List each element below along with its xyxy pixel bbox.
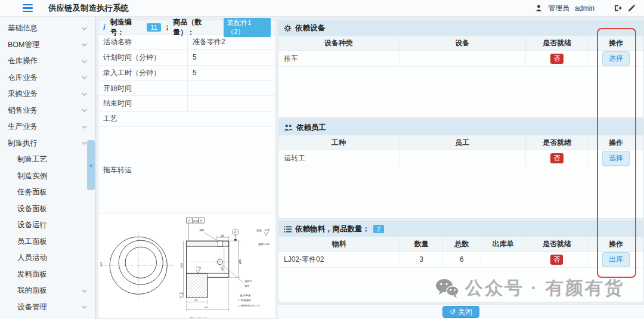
svg-text:倒角1x45: 倒角1x45	[258, 243, 270, 247]
sidebar-item-material-issue-panel[interactable]: 发料面板	[0, 267, 95, 283]
outbound-button[interactable]: 出库	[602, 252, 630, 267]
section-title: 依赖员工	[296, 123, 326, 133]
user-icon	[535, 4, 543, 12]
sidebar-item-staff-panel[interactable]: 员工面板	[0, 234, 95, 250]
equipment-device	[400, 51, 526, 66]
undo-icon: ↺	[450, 308, 456, 316]
chevron-down-icon	[82, 289, 87, 293]
materials-table-header: 物料 数量 总数 出库单 是否就绪 操作	[278, 237, 643, 252]
svg-text:0.8: 0.8	[179, 293, 182, 295]
chevron-down-icon	[82, 27, 87, 30]
product-badge[interactable]: 装配件1（2）	[224, 18, 271, 37]
section-title: 依赖物料，商品数量：	[295, 224, 370, 234]
chevron-down-icon	[82, 125, 87, 129]
svg-text:2. 调质HB235-275: 2. 调质HB235-275	[238, 304, 261, 307]
user-role: 管理员	[548, 3, 569, 13]
dependencies-panel: 依赖设备 设备种类 设备 是否就绪 操作 推车 否 选择	[278, 20, 644, 319]
sidebar-item-mfg-instance[interactable]: 制造实例	[0, 168, 95, 185]
svg-text:锥销孔: 锥销孔	[244, 280, 252, 283]
sidebar-item-personnel-activity[interactable]: 人员活动	[0, 250, 95, 267]
activity-row: 录入工时（分钟）5	[98, 66, 275, 81]
ready-badge: 否	[550, 153, 564, 163]
svg-text:6.3: 6.3	[265, 228, 269, 231]
activity-row: 计划时间（分钟）5	[98, 50, 275, 66]
equipment-table-header: 设备种类 设备 是否就绪 操作	[278, 36, 643, 51]
svg-text:φ28: φ28	[100, 262, 103, 267]
staff-kind: 运转工	[278, 150, 400, 166]
material-row: LJ02-零件02 3 6 否 出库	[278, 252, 643, 268]
svg-text:0.02: 0.02	[193, 219, 199, 222]
material-qty: 3	[400, 252, 443, 267]
sidebar-collapse-handle[interactable]: «	[87, 140, 95, 190]
chevron-down-icon	[82, 43, 87, 47]
svg-text:技术要求: 技术要求	[240, 295, 251, 298]
separator: ；	[163, 22, 171, 32]
top-bar: 供应链及制造执行系统 管理员 admin	[0, 0, 644, 17]
chevron-down-icon	[82, 109, 87, 112]
sidebar-item-production[interactable]: 生产业务	[0, 119, 95, 135]
select-equipment-button[interactable]: 选择	[602, 51, 630, 66]
activity-row: 开始时间	[98, 81, 275, 97]
svg-text:φ58: φ58	[180, 263, 183, 268]
ready-badge: 否	[550, 54, 564, 64]
svg-text:A: A	[234, 231, 237, 234]
edit-pencil-icon[interactable]	[628, 4, 636, 12]
sidebar-item-my-panel[interactable]: 我的面板	[0, 283, 95, 299]
equipment-kind: 推车	[278, 51, 400, 66]
list-icon	[284, 226, 292, 233]
wechat-icon	[435, 278, 459, 299]
chevron-down-icon	[82, 60, 87, 63]
equipment-row: 推车 否 选择	[278, 51, 643, 67]
material-outbound	[481, 252, 526, 267]
chevron-down-icon	[82, 92, 87, 96]
sidebar-item-mfg-execution[interactable]: 制造执行	[0, 135, 95, 152]
panel-footer: ↺ 关闭	[278, 304, 644, 319]
section-title: 依赖设备	[295, 23, 325, 33]
ready-badge: 否	[550, 255, 564, 265]
manufacture-info-bar: i 制造编号： 11 ； 商品（数量）： 装配件1（2）	[98, 20, 275, 35]
collapse-icon: «	[89, 162, 93, 169]
sidebar-item-mfg-process[interactable]: 制造工艺	[0, 151, 95, 168]
svg-text:1.6: 1.6	[196, 266, 200, 269]
process-label: 工艺	[98, 112, 275, 127]
sidebar-item-device-run[interactable]: 设备运行	[0, 217, 95, 234]
sidebar-item-sales[interactable]: 销售业务	[0, 103, 95, 119]
sidebar-item-basic-info[interactable]: 基础信息	[0, 20, 95, 37]
chevron-down-icon	[82, 141, 87, 145]
sidebar-item-warehouse-biz[interactable]: 仓库业务	[0, 70, 95, 86]
svg-text:47: 47	[205, 306, 209, 309]
sidebar-item-warehouse-ops[interactable]: 仓库操作	[0, 53, 95, 70]
equipment-section: 依赖设备 设备种类 设备 是否就绪 操作 推车 否 选择	[278, 20, 644, 117]
chevron-down-icon	[82, 76, 87, 79]
app-title: 供应链及制造执行系统	[48, 3, 129, 14]
chevron-down-icon	[82, 305, 87, 309]
process-value: 拖车转运	[98, 127, 275, 213]
sidebar-item-bom[interactable]: BOM管理	[0, 37, 95, 54]
main-content: i 制造编号： 11 ； 商品（数量）： 装配件1（2） 活动名称准备零件2 计…	[96, 17, 644, 319]
sidebar-item-task-panel[interactable]: 任务面板	[0, 184, 95, 201]
sidebar-item-device-panel[interactable]: 设备面板	[0, 201, 95, 218]
activity-detail-panel: i 制造编号： 11 ； 商品（数量）： 装配件1（2） 活动名称准备零件2 计…	[98, 20, 276, 319]
staff-section: 依赖员工 工种 员工 是否就绪 操作 运转工 否 选择	[278, 119, 644, 219]
svg-text:22: 22	[194, 299, 198, 302]
user-name[interactable]: admin	[575, 4, 595, 13]
gear-icon	[284, 24, 292, 32]
select-staff-button[interactable]: 选择	[602, 151, 630, 166]
sidebar: 基础信息 BOM管理 仓库操作 仓库业务 采购业务 销售业务 生产业务 制造执	[0, 17, 96, 319]
activity-row: 结束时间	[98, 96, 275, 112]
svg-text:M8: M8	[200, 228, 205, 232]
svg-text:10: 10	[221, 234, 224, 237]
staff-row: 运转工 否 选择	[278, 150, 643, 166]
svg-text:图2(例1-1): 图2(例1-1)	[190, 317, 208, 317]
watermark-text: 公众号 · 有颜有货	[465, 276, 624, 301]
close-button[interactable]: ↺ 关闭	[442, 306, 479, 318]
material-total: 6	[443, 252, 481, 267]
logout-icon[interactable]	[614, 4, 623, 12]
svg-text:其余: 其余	[256, 229, 262, 232]
watermark: 公众号 · 有颜有货	[435, 276, 624, 301]
sidebar-item-device-mgmt[interactable]: 设备管理	[0, 299, 95, 316]
svg-text:A: A	[200, 219, 203, 222]
staff-employee	[400, 150, 526, 166]
menu-icon[interactable]	[23, 4, 33, 13]
sidebar-item-purchasing[interactable]: 采购业务	[0, 86, 95, 103]
